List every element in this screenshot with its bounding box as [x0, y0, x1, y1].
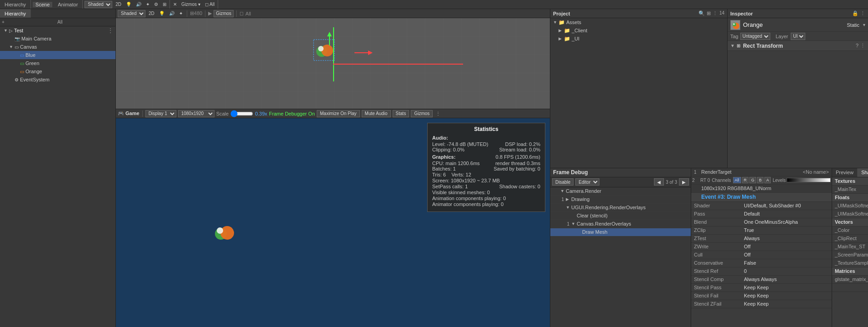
light-button[interactable]: 💡: [125, 2, 133, 7]
scene-fx-btn[interactable]: ✦: [178, 11, 184, 16]
component-icon-dots[interactable]: ⋮: [860, 43, 865, 49]
fx-button[interactable]: ✦: [145, 2, 151, 7]
project-folder-ui[interactable]: ▶ 📁 _UI: [550, 35, 727, 43]
scene-light-btn[interactable]: 💡: [158, 11, 166, 16]
ch-a-btn[interactable]: A: [764, 177, 771, 183]
shading-dropdown[interactable]: Shaded: [85, 1, 112, 8]
prop-value-cull: Off: [744, 252, 750, 257]
tree-icon-green: ▭: [20, 61, 24, 66]
maintex-st-row: _MainTex_ST v (1, 1, 0, 0): [832, 243, 868, 251]
tree-item-orange[interactable]: ▭ Orange: [0, 67, 115, 75]
inspector-header: Inspector 🔒 ⋮: [728, 9, 868, 18]
screenparams-label: _ScreenParams: [835, 252, 868, 257]
game-toolbar-dots[interactable]: ⋮: [434, 111, 442, 116]
tag-label: Tag: [730, 34, 738, 39]
scene-area: Shaded 2D 💡 🔊 ✦ ⊞480 ▶ Gizmos ◻ All: [116, 9, 550, 109]
fd-editor-dropdown[interactable]: Editor: [575, 178, 599, 186]
game-tab-label[interactable]: 🎮 Game: [118, 111, 140, 116]
tab-shader-props[interactable]: ShaderProperties: [858, 168, 868, 177]
gizmos-dropdown[interactable]: Gizmos ▾: [180, 2, 202, 7]
ch-b-btn[interactable]: B: [757, 177, 763, 183]
scene-gizmos-btn[interactable]: Gizmos: [214, 10, 234, 17]
tree-item-blue[interactable]: ▭ Blue: [0, 51, 115, 59]
fd-prev-btn[interactable]: ◀: [654, 178, 664, 186]
fd-next-btn[interactable]: ▶: [679, 178, 689, 186]
matrices-section-header: Matrices: [832, 267, 868, 276]
scene-tab-label[interactable]: Scene: [33, 2, 52, 7]
tree-label-canvas: Canvas: [20, 44, 37, 50]
matrices-title: Matrices: [835, 268, 855, 274]
frame-debugger-label[interactable]: Frame Debugger On: [269, 111, 315, 116]
statistics-overlay: Statistics Audio: Level: -74.8 dB (MUTED…: [427, 123, 545, 212]
project-icon3[interactable]: ⋮: [713, 10, 718, 16]
mute-audio-btn[interactable]: Mute Audio: [362, 110, 391, 117]
animator-tab-label[interactable]: Animator: [55, 2, 80, 7]
tag-dropdown[interactable]: Untagged: [740, 33, 770, 40]
prop-value-conservative: False: [744, 260, 756, 266]
static-dropdown-arrow[interactable]: ▾: [863, 22, 865, 27]
fd-item-draw-mesh[interactable]: Draw Mesh: [550, 228, 691, 236]
folder-icon-client: 📁: [564, 28, 570, 34]
object-name[interactable]: Orange: [743, 21, 844, 28]
scale-slider[interactable]: [230, 111, 253, 116]
y-axis-arrow: [325, 32, 334, 46]
fd-item-ugui[interactable]: ▼ UGUI.Rendering.RenderOverlays: [550, 204, 691, 212]
prop-label-stencil-pass: Stencil Pass: [694, 285, 744, 290]
layer-dropdown[interactable]: UI: [791, 33, 805, 40]
folder-arrow-ui: ▶: [559, 36, 564, 41]
ch-g-btn[interactable]: G: [749, 177, 756, 183]
fd-item-canvas-render[interactable]: 1 ▼ Canvas.RenderOverlays: [550, 220, 691, 228]
prop-row-stencil-fail: Stencil Fail Keep Keep: [691, 292, 832, 300]
tree-item-canvas[interactable]: ▼ ▭ Canvas: [0, 43, 115, 51]
move-tool[interactable]: ✕: [172, 2, 178, 7]
stats-btn[interactable]: Stats: [393, 110, 409, 117]
scene-2d-btn[interactable]: 2D: [147, 11, 156, 16]
tree-item-eventsystem[interactable]: ⚙ EventSystem: [0, 75, 115, 84]
scene-view[interactable]: [116, 18, 550, 109]
scene-shading-dropdown[interactable]: Shaded: [118, 10, 145, 17]
fd-item-clear-stencil[interactable]: Clear (stencil): [550, 212, 691, 220]
fd-current-num: 3: [666, 180, 668, 185]
fd-item-camera-render[interactable]: ▼ Camera.Render: [550, 187, 691, 196]
maximize-on-play-btn[interactable]: Maximize On Play: [317, 110, 360, 117]
2d-button[interactable]: 2D: [114, 2, 123, 7]
project-folder-assets[interactable]: ▼ 📁 Assets: [550, 18, 727, 26]
scene-settings-button[interactable]: ⚙: [153, 2, 160, 7]
audio-button[interactable]: 🔊: [135, 2, 143, 7]
project-header-icons: 🔍 ⊞ ⋮ 14: [698, 10, 724, 16]
hierarchy-all[interactable]: All: [6, 20, 114, 25]
tree-dots-test[interactable]: ⋮: [107, 27, 115, 34]
game-gizmos-btn[interactable]: Gizmos: [411, 110, 433, 117]
project-folder-client[interactable]: ▶ 📁 _Client: [550, 26, 727, 35]
tree-item-test[interactable]: ▼ ▷ Test ⋮: [0, 26, 115, 35]
rt2-label: RT 0: [700, 178, 710, 183]
scene-audio-btn[interactable]: 🔊: [168, 11, 176, 16]
hierarchy-tab-label[interactable]: Hierarchy: [2, 2, 29, 7]
fd-arrow-drawing: ▶: [566, 197, 571, 201]
project-icon1[interactable]: 🔍: [698, 10, 705, 16]
component-icon-question[interactable]: ?: [856, 43, 858, 49]
fd-disable-btn[interactable]: Disable: [552, 178, 574, 186]
hierarchy-add-btn[interactable]: +: [2, 20, 5, 25]
inspector-more-icon[interactable]: ⋮: [860, 10, 865, 16]
tab-preview[interactable]: Preview: [832, 168, 858, 177]
ch-all-btn[interactable]: All: [733, 177, 741, 183]
toolbar-extra[interactable]: ⊞: [161, 2, 168, 7]
project-icon2[interactable]: ⊞: [707, 10, 711, 16]
floats-title: Floats: [835, 195, 849, 200]
all-label[interactable]: ◻ All: [204, 2, 216, 7]
rt-expand-arrow[interactable]: ▼: [730, 43, 735, 48]
hierarchy-tree: ▼ ▷ Test ⋮ 📷 Main Camera ▼ ▭ Canvas: [0, 26, 115, 327]
resolution-dropdown[interactable]: 1080x1920: [178, 110, 215, 117]
ch-r-btn[interactable]: R: [742, 177, 749, 183]
fd-item-drawing[interactable]: 1 ▶ Drawing: [550, 196, 691, 204]
tree-item-main-camera[interactable]: 📷 Main Camera: [0, 35, 115, 43]
hierarchy-toolbar: + All: [0, 18, 115, 26]
tree-item-green[interactable]: ▭ Green: [0, 59, 115, 67]
stats-audio-section: Audio: Level: -74.8 dB (MUTED) DSP load:…: [432, 135, 540, 152]
hierarchy-tab[interactable]: Hierarchy: [0, 9, 31, 18]
prop-label-ztest: ZTest: [694, 236, 744, 241]
display-dropdown[interactable]: Display 1: [145, 110, 176, 117]
inspector-lock-icon[interactable]: 🔒: [852, 10, 858, 16]
game-view[interactable]: Statistics Audio: Level: -74.8 dB (MUTED…: [116, 118, 550, 327]
